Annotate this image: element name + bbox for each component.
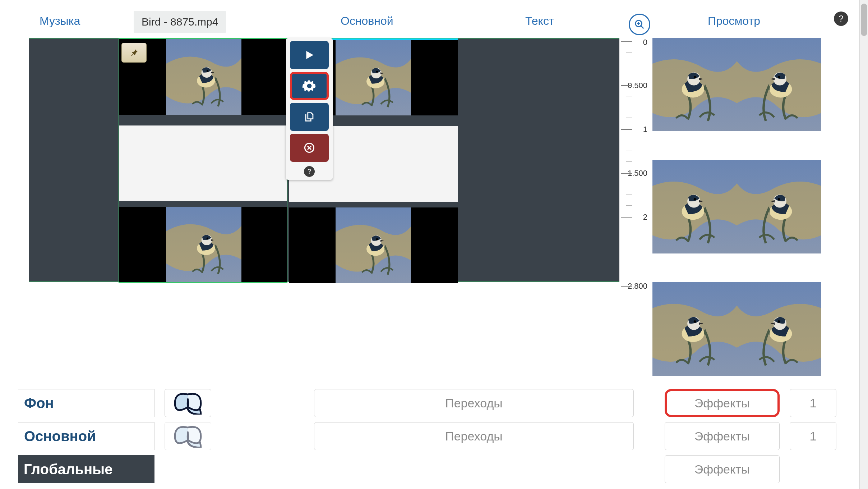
layer-thumbnail-button[interactable] [165,422,211,450]
effects-button[interactable]: Эффекты [665,422,780,450]
layer-count[interactable]: 1 [790,422,836,450]
help-button[interactable]: ? [834,12,848,26]
clip-delete-button[interactable] [290,134,329,162]
scrollbar-thumb[interactable] [861,4,867,36]
time-ruler: 0 0.500 1 1.500 2 2.800 [622,38,650,304]
playhead[interactable] [151,38,151,282]
clip-waveform [119,125,287,201]
clip-thumbnail [166,207,241,282]
effects-button[interactable]: Эффекты [665,389,780,417]
layer-row: Фон Переходы Эффекты 1 [18,389,846,417]
current-file-chip: Bird - 8875.mp4 [134,11,226,33]
ruler-label: 1 [643,125,647,134]
zoom-in-button[interactable] [629,14,650,35]
delete-icon [304,142,315,153]
pin-clip-button[interactable] [121,43,147,63]
svg-line-6 [641,26,644,29]
clip-thumbnail [336,40,411,115]
copy-icon [303,111,315,123]
preview-frame[interactable] [652,282,821,376]
tab-preview[interactable]: Просмотр [704,12,764,30]
clip-thumbnail [336,207,411,283]
layer-count[interactable]: 1 [790,389,836,417]
vertical-scrollbar[interactable] [859,0,868,489]
layer-name-main[interactable]: Основной [18,422,154,450]
layer-row: Основной Переходы Эффекты 1 [18,422,846,450]
clip-panel-help-button[interactable]: ? [304,166,315,177]
layer-name-global[interactable]: Глобальные [18,455,154,483]
timeline-clip-selected[interactable] [119,38,287,283]
tab-main[interactable]: Основной [337,12,397,30]
clip-copy-button[interactable] [290,103,329,131]
preview-column [652,38,821,405]
ruler-label: 0 [643,38,647,47]
clip-play-button[interactable] [290,41,329,69]
transitions-button[interactable]: Переходы [314,389,634,417]
play-icon [303,49,315,61]
help-icon: ? [839,14,843,24]
preview-frame[interactable] [652,38,821,131]
pin-icon [129,48,139,58]
layer-table: Фон Переходы Эффекты 1 Основной Переходы… [18,389,846,488]
clip-action-panel: ? [286,38,333,180]
layer-row: Глобальные Эффекты [18,455,846,483]
zoom-in-icon [634,19,645,30]
butterfly-icon [170,425,206,448]
butterfly-icon [170,392,206,415]
preview-frame[interactable] [652,160,821,253]
tab-text[interactable]: Текст [522,12,558,30]
clip-thumbnail [166,39,241,115]
ruler-label: 2 [643,212,647,222]
layer-name-background[interactable]: Фон [18,389,154,417]
help-icon: ? [308,168,311,175]
tab-music[interactable]: Музыка [36,12,84,30]
clip-settings-button[interactable] [290,72,329,100]
transitions-button[interactable]: Переходы [314,422,634,450]
gear-icon [303,79,316,93]
effects-button[interactable]: Эффекты [665,455,780,483]
layer-thumbnail-button[interactable] [165,389,211,417]
